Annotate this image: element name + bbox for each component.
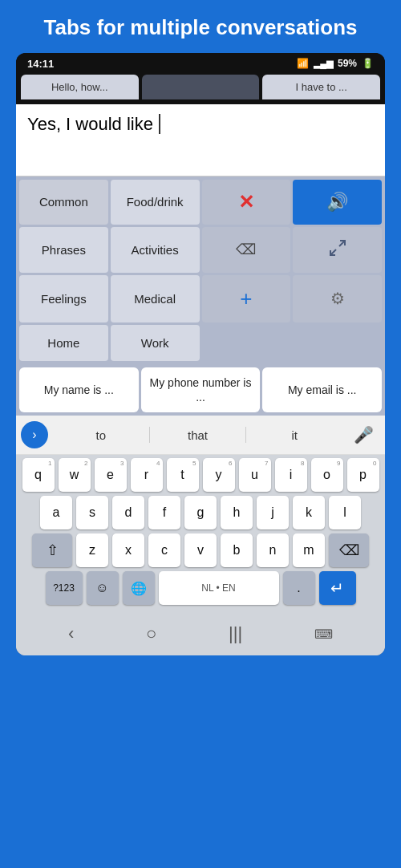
phrase-my-name[interactable]: My name is ... — [19, 367, 139, 412]
key-l[interactable]: l — [329, 496, 361, 529]
battery-level: 59% — [338, 58, 357, 69]
wifi-icon: 📶 — [297, 58, 309, 69]
category-food-drink[interactable]: Food/drink — [111, 180, 200, 225]
key-n[interactable]: n — [257, 533, 289, 567]
key-t[interactable]: t5 — [167, 458, 199, 492]
phrases-row: My name is ... My phone number is ... My… — [16, 364, 385, 416]
key-h[interactable]: h — [221, 496, 253, 529]
keyboard: q1 w2 e3 r4 t5 y6 u7 i8 o9 p0 a s d f g … — [16, 455, 385, 612]
text-value: Yes, I would like — [27, 114, 153, 134]
plus-icon: + — [240, 286, 252, 311]
phrase-my-email[interactable]: My email is ... — [262, 367, 382, 412]
suggestion-arrow[interactable]: › — [21, 421, 48, 448]
text-input-area[interactable]: Yes, I would like — [16, 104, 385, 176]
tabs-row: Hello, how... I have to ... — [16, 75, 385, 104]
app-header: Tabs for multiple conversations — [0, 0, 401, 53]
tab-hello[interactable]: Hello, how... — [21, 75, 139, 99]
tab-have-to[interactable]: I have to ... — [262, 75, 380, 99]
add-button[interactable]: + — [202, 275, 291, 322]
num-key[interactable]: ?123 — [46, 571, 83, 605]
recents-button[interactable]: ||| — [221, 620, 250, 647]
key-p[interactable]: p0 — [347, 458, 379, 492]
key-b[interactable]: b — [221, 533, 253, 567]
key-u[interactable]: u7 — [239, 458, 271, 492]
enter-key[interactable]: ↵ — [319, 571, 356, 605]
nav-bar: ‹ ○ ||| ⌨ — [16, 612, 385, 655]
globe-key[interactable]: 🌐 — [123, 571, 155, 605]
categories-grid: Common Food/drink ✕ 🔊 Phrases Activities… — [16, 176, 385, 364]
key-q[interactable]: q1 — [22, 458, 55, 492]
key-d[interactable]: d — [112, 496, 144, 529]
category-feelings[interactable]: Feelings — [19, 275, 108, 322]
category-home[interactable]: Home — [19, 325, 108, 361]
key-r[interactable]: r4 — [131, 458, 163, 492]
key-row-2: a s d f g h j k l — [18, 496, 383, 529]
emoji-key[interactable]: ☺ — [87, 571, 119, 605]
speaker-icon: 🔊 — [326, 192, 348, 213]
category-phrases[interactable]: Phrases — [19, 227, 108, 273]
x-icon: ✕ — [238, 191, 254, 213]
key-g[interactable]: g — [184, 496, 217, 529]
space-key[interactable]: NL • EN — [159, 571, 279, 605]
key-x[interactable]: x — [112, 533, 144, 567]
key-row-4: ?123 ☺ 🌐 NL • EN . ↵ — [18, 571, 383, 605]
category-common[interactable]: Common — [19, 180, 108, 225]
keyboard-delete-key[interactable]: ⌫ — [329, 533, 369, 567]
key-w[interactable]: w2 — [59, 458, 91, 492]
svg-line-0 — [339, 241, 345, 246]
key-a[interactable]: a — [40, 496, 72, 529]
signal-icon: ▂▄▆ — [314, 59, 333, 69]
key-v[interactable]: v — [184, 533, 217, 567]
tab-empty[interactable] — [142, 75, 260, 99]
key-i[interactable]: i8 — [275, 458, 307, 492]
back-button[interactable]: ‹ — [60, 620, 82, 647]
key-row-1: q1 w2 e3 r4 t5 y6 u7 i8 o9 p0 — [18, 458, 383, 492]
time: 14:11 — [27, 58, 54, 70]
phone-content: Hello, how... I have to ... Yes, I would… — [16, 75, 385, 655]
suggestion-to[interactable]: to — [53, 422, 149, 448]
backspace-icon: ⌫ — [236, 241, 256, 258]
home-button[interactable]: ○ — [138, 620, 164, 647]
gear-icon: ⚙ — [330, 289, 345, 308]
status-bar: 14:11 📶 ▂▄▆ 59% 🔋 — [16, 53, 385, 75]
header-title: Tabs for multiple conversations — [43, 15, 357, 39]
key-z[interactable]: z — [76, 533, 108, 567]
key-o[interactable]: o9 — [311, 458, 343, 492]
category-medical[interactable]: Medical — [111, 275, 200, 322]
key-row-3: ⇧ z x c v b n m ⌫ — [18, 533, 383, 567]
backspace-button[interactable]: ⌫ — [202, 227, 291, 273]
settings-button[interactable]: ⚙ — [293, 275, 382, 322]
category-activities[interactable]: Activities — [111, 227, 200, 273]
category-work[interactable]: Work — [111, 325, 200, 361]
key-f[interactable]: f — [148, 496, 180, 529]
key-y[interactable]: y6 — [203, 458, 235, 492]
keyboard-toggle[interactable]: ⌨ — [306, 623, 341, 645]
battery-icon: 🔋 — [362, 58, 374, 69]
key-m[interactable]: m — [293, 533, 325, 567]
suggestions-row: › to that it 🎤 — [16, 416, 385, 455]
key-e[interactable]: e3 — [95, 458, 127, 492]
shift-key[interactable]: ⇧ — [32, 533, 72, 567]
key-k[interactable]: k — [293, 496, 325, 529]
svg-line-1 — [330, 249, 336, 255]
microphone-button[interactable]: 🎤 — [342, 419, 385, 451]
phrase-my-phone[interactable]: My phone number is ... — [141, 367, 261, 412]
key-j[interactable]: j — [257, 496, 289, 529]
suggestion-it[interactable]: it — [246, 422, 342, 448]
key-c[interactable]: c — [148, 533, 180, 567]
delete-button[interactable]: ✕ — [202, 180, 291, 225]
key-s[interactable]: s — [76, 496, 108, 529]
expand-icon — [328, 238, 347, 262]
phone-frame: 14:11 📶 ▂▄▆ 59% 🔋 Hello, how... I have t… — [16, 53, 385, 655]
speaker-button[interactable]: 🔊 — [293, 180, 382, 225]
dot-key[interactable]: . — [283, 571, 315, 605]
suggestion-that[interactable]: that — [150, 422, 246, 448]
expand-button[interactable] — [293, 227, 382, 273]
